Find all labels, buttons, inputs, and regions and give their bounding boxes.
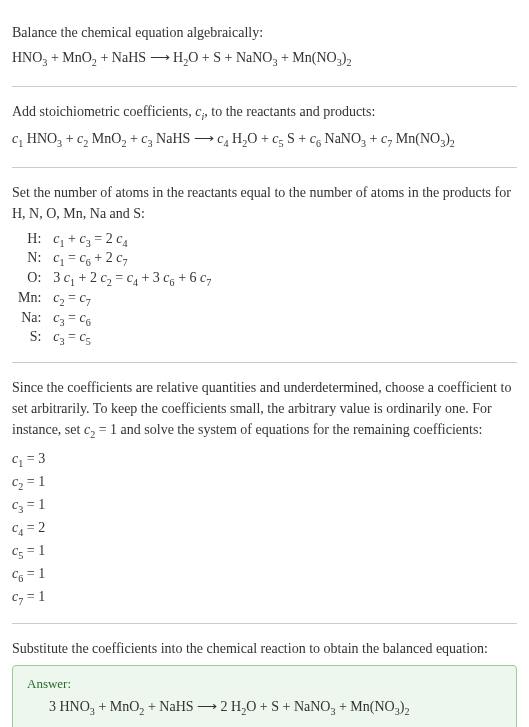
balanced-equation: 3 HNO3 + MnO2 + NaHS ⟶ 2 H2O + S + NaNO3… — [27, 698, 502, 717]
table-row: S: c3 = c5 — [12, 328, 217, 348]
coefficient-equation: c1 HNO3 + c2 MnO2 + c3 NaHS ⟶ c4 H2O + c… — [12, 130, 517, 149]
section-atom-equations: Set the number of atoms in the reactants… — [12, 168, 517, 364]
unbalanced-equation: HNO3 + MnO2 + NaHS ⟶ H2O + S + NaNO3 + M… — [12, 49, 517, 68]
eq-text: c1 HNO3 + c2 MnO2 + c3 NaHS ⟶ c4 H2O + c… — [12, 130, 455, 149]
section-problem-statement: Balance the chemical equation algebraica… — [12, 8, 517, 87]
equation-cell: c1 = c6 + 2 c7 — [47, 249, 217, 269]
list-item: c2 = 1 — [12, 471, 517, 494]
table-row: H: c1 + c3 = 2 c4 — [12, 230, 217, 250]
element-label: H: — [12, 230, 47, 250]
eq-text: 3 HNO3 + MnO2 + NaHS ⟶ 2 H2O + S + NaNO3… — [49, 698, 409, 717]
equation-cell: c3 = c5 — [47, 328, 217, 348]
answer-label: Answer: — [27, 676, 502, 692]
list-item: c1 = 3 — [12, 448, 517, 471]
table-row: Mn: c2 = c7 — [12, 289, 217, 309]
table-row: N: c1 = c6 + 2 c7 — [12, 249, 217, 269]
equation-cell: c1 + c3 = 2 c4 — [47, 230, 217, 250]
list-item: c5 = 1 — [12, 540, 517, 563]
table-row: Na: c3 = c6 — [12, 309, 217, 329]
section-solve-coefficients: Since the coefficients are relative quan… — [12, 363, 517, 623]
balance-instruction: Balance the chemical equation algebraica… — [12, 22, 517, 43]
element-label: O: — [12, 269, 47, 289]
element-label: Na: — [12, 309, 47, 329]
equation-cell: 3 c1 + 2 c2 = c4 + 3 c6 + 6 c7 — [47, 269, 217, 289]
element-label: N: — [12, 249, 47, 269]
eq-text: HNO3 + MnO2 + NaHS ⟶ H2O + S + NaNO3 + M… — [12, 49, 351, 68]
add-coef-instruction: Add stoichiometric coefficients, ci, to … — [12, 101, 517, 124]
section-answer: Substitute the coefficients into the che… — [12, 624, 517, 727]
equation-cell: c2 = c7 — [47, 289, 217, 309]
element-label: S: — [12, 328, 47, 348]
atom-equations-table: H: c1 + c3 = 2 c4 N: c1 = c6 + 2 c7 O: 3… — [12, 230, 217, 349]
coefficient-values-list: c1 = 3 c2 = 1 c3 = 1 c4 = 2 c5 = 1 c6 = … — [12, 448, 517, 608]
solve-instruction: Since the coefficients are relative quan… — [12, 377, 517, 442]
list-item: c3 = 1 — [12, 494, 517, 517]
substitute-instruction: Substitute the coefficients into the che… — [12, 638, 517, 659]
section-add-coefficients: Add stoichiometric coefficients, ci, to … — [12, 87, 517, 168]
answer-box: Answer: 3 HNO3 + MnO2 + NaHS ⟶ 2 H2O + S… — [12, 665, 517, 727]
list-item: c6 = 1 — [12, 563, 517, 586]
list-item: c4 = 2 — [12, 517, 517, 540]
table-row: O: 3 c1 + 2 c2 = c4 + 3 c6 + 6 c7 — [12, 269, 217, 289]
element-label: Mn: — [12, 289, 47, 309]
list-item: c7 = 1 — [12, 586, 517, 609]
equation-cell: c3 = c6 — [47, 309, 217, 329]
atom-balance-instruction: Set the number of atoms in the reactants… — [12, 182, 517, 224]
